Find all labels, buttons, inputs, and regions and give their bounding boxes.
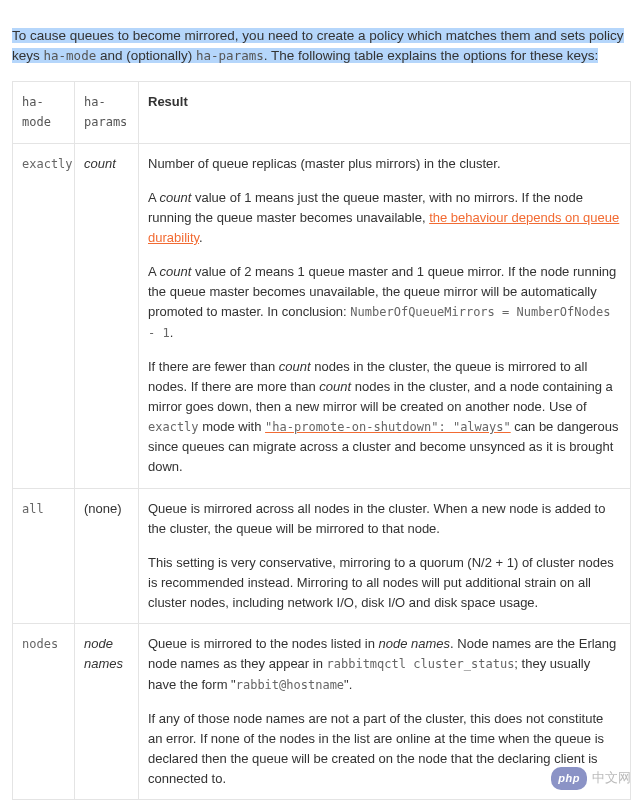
ha-policy-table: ha-mode ha-params Result exactly count N… [12,81,631,800]
header-ha-mode: ha-mode [13,82,75,143]
cell-params: (none) [75,488,139,624]
cell-mode: exactly [13,143,75,488]
header-ha-params: ha-params [75,82,139,143]
cell-result: Number of queue replicas (master plus mi… [139,143,631,488]
table-row: nodes node names Queue is mirrored to th… [13,624,631,800]
cell-params: count [75,143,139,488]
cell-result: Queue is mirrored across all nodes in th… [139,488,631,624]
code-ha-mode: ha-mode [44,48,97,63]
table-row: all (none) Queue is mirrored across all … [13,488,631,624]
cell-params: node names [75,624,139,800]
link-ha-promote[interactable]: "ha-promote-on-shutdown": "always" [265,419,511,434]
intro-paragraph: To cause queues to become mirrored, you … [12,26,631,68]
table-row: exactly count Number of queue replicas (… [13,143,631,488]
watermark: php 中文网 [551,767,631,790]
watermark-php-badge: php [551,767,587,790]
header-result: Result [139,82,631,143]
cell-mode: nodes [13,624,75,800]
table-header-row: ha-mode ha-params Result [13,82,631,143]
code-ha-params: ha-params [196,48,264,63]
cell-mode: all [13,488,75,624]
watermark-cn-text: 中文网 [592,768,631,788]
